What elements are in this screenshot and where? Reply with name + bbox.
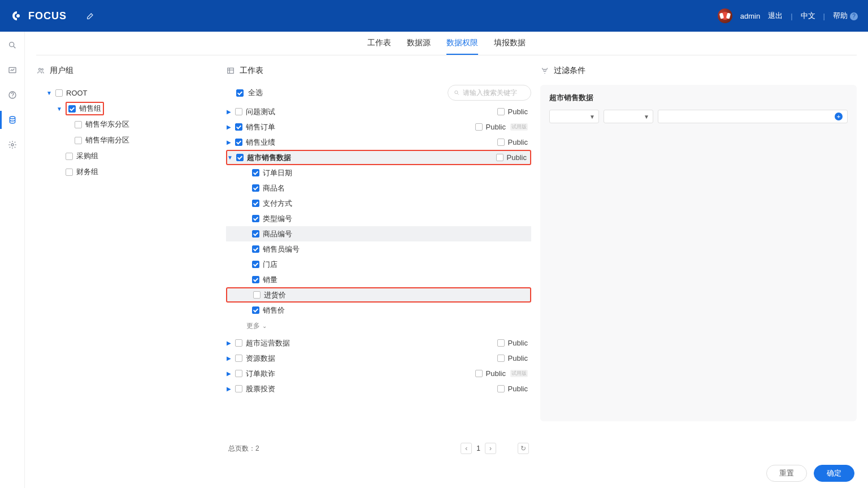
tab-数据权限[interactable]: 数据权限 <box>446 32 478 55</box>
checkbox[interactable] <box>235 339 242 347</box>
table-row[interactable]: ▶门店 <box>226 257 531 272</box>
public-checkbox[interactable] <box>497 355 505 362</box>
public-label: Public <box>508 385 528 393</box>
user-tree-item[interactable]: ▼ROOT <box>36 85 217 101</box>
tab-数据源[interactable]: 数据源 <box>407 32 431 55</box>
checkbox[interactable] <box>252 276 259 283</box>
table-row[interactable]: ▶支付方式 <box>226 196 531 211</box>
edit-pencil-button[interactable] <box>83 8 98 24</box>
checkbox[interactable] <box>235 370 242 377</box>
checkbox[interactable] <box>252 200 259 207</box>
table-row[interactable]: ▶销售员编号 <box>226 241 531 257</box>
checkbox[interactable] <box>252 169 259 176</box>
caret-icon[interactable]: ▶ <box>226 139 232 145</box>
select-all-checkbox[interactable] <box>236 89 244 97</box>
table-row[interactable]: ▶销量 <box>226 272 531 287</box>
search-icon[interactable] <box>7 40 18 51</box>
checkbox[interactable] <box>75 121 82 128</box>
tables-search[interactable] <box>448 85 531 101</box>
settings-icon[interactable] <box>7 139 18 150</box>
table-label: 订单欺诈 <box>246 369 275 379</box>
checkbox[interactable] <box>66 169 73 176</box>
caret-icon[interactable]: ▼ <box>46 90 52 96</box>
checkbox[interactable] <box>235 385 242 392</box>
table-row[interactable]: ▶商品编号 <box>226 226 531 241</box>
table-row[interactable]: ▶销售订单Public试用版 <box>226 119 531 135</box>
help-link[interactable]: 帮助? <box>833 11 858 21</box>
table-row[interactable]: ▶超市运营数据Public <box>226 335 531 351</box>
checkbox[interactable] <box>75 137 82 144</box>
checkbox[interactable] <box>252 230 259 237</box>
table-row[interactable]: ▼超市销售数据Public <box>226 150 531 165</box>
table-row[interactable]: ▶资源数据Public <box>226 351 531 366</box>
user-tree-item[interactable]: ▶销售华东分区 <box>36 116 217 132</box>
reset-button[interactable]: 重置 <box>766 465 807 482</box>
refresh-button[interactable]: ↻ <box>518 443 529 454</box>
checkbox[interactable] <box>55 89 63 97</box>
checkbox[interactable] <box>253 291 261 299</box>
checkbox[interactable] <box>68 105 76 113</box>
table-row[interactable]: ▶订单日期 <box>226 165 531 180</box>
public-checkbox[interactable] <box>497 385 505 392</box>
prev-page-button[interactable]: ‹ <box>461 443 472 454</box>
checkbox[interactable] <box>236 154 244 161</box>
data-manage-icon[interactable] <box>7 114 18 126</box>
question-icon[interactable] <box>7 89 18 101</box>
table-row[interactable]: ▶销售价 <box>226 303 531 318</box>
public-checkbox[interactable] <box>497 108 505 115</box>
public-checkbox[interactable] <box>475 123 483 131</box>
confirm-button[interactable]: 确定 <box>814 465 854 482</box>
svg-point-6 <box>10 116 15 119</box>
public-checkbox[interactable] <box>496 154 504 161</box>
tab-填报数据[interactable]: 填报数据 <box>494 32 526 55</box>
checkbox[interactable] <box>235 108 242 115</box>
username[interactable]: admin <box>740 12 760 20</box>
public-checkbox[interactable] <box>497 339 505 347</box>
user-tree-item[interactable]: ▶采购组 <box>36 148 217 164</box>
search-input[interactable] <box>463 89 525 97</box>
filter-value-input[interactable]: + <box>658 110 848 123</box>
checkbox[interactable] <box>235 139 242 146</box>
checkbox[interactable] <box>252 215 259 222</box>
caret-icon[interactable]: ▶ <box>226 340 232 346</box>
user-tree-item[interactable]: ▼销售组 <box>36 101 217 116</box>
caret-icon[interactable]: ▶ <box>226 370 232 377</box>
table-row[interactable]: ▶问题测试Public <box>226 104 531 119</box>
more-link[interactable]: 更多⌄ <box>226 321 531 331</box>
user-tree-item[interactable]: ▶销售华南分区 <box>36 132 217 148</box>
table-row[interactable]: ▶销售业绩Public <box>226 135 531 150</box>
checkbox[interactable] <box>252 306 259 314</box>
table-row[interactable]: ▶股票投资Public <box>226 381 531 396</box>
tab-工作表[interactable]: 工作表 <box>367 32 391 55</box>
table-label: 超市销售数据 <box>247 153 291 163</box>
table-row[interactable]: ▶进货价 <box>226 287 531 303</box>
dashboard-icon[interactable] <box>7 64 18 76</box>
checkbox[interactable] <box>252 261 259 268</box>
logout-link[interactable]: 退出 <box>768 11 783 21</box>
table-row[interactable]: ▶订单欺诈Public试用版 <box>226 366 531 381</box>
caret-icon[interactable]: ▶ <box>226 109 232 115</box>
checkbox[interactable] <box>66 153 73 160</box>
checkbox[interactable] <box>235 123 242 131</box>
filter-op-select[interactable]: ▼ <box>604 110 653 123</box>
checkbox[interactable] <box>252 184 259 192</box>
caret-icon[interactable]: ▼ <box>227 154 233 161</box>
caret-icon[interactable]: ▶ <box>226 355 232 361</box>
add-filter-button[interactable]: + <box>835 113 843 120</box>
table-row[interactable]: ▶商品名 <box>226 180 531 196</box>
top-tabs: 工作表数据源数据权限填报数据 <box>36 32 857 55</box>
avatar[interactable] <box>718 8 732 23</box>
checkbox[interactable] <box>252 245 259 253</box>
public-checkbox[interactable] <box>497 139 505 146</box>
public-checkbox[interactable] <box>475 370 483 377</box>
filter-field-select[interactable]: ▼ <box>549 110 599 123</box>
user-tree-item[interactable]: ▶财务组 <box>36 164 217 180</box>
next-page-button[interactable]: › <box>485 443 496 454</box>
checkbox[interactable] <box>235 355 242 362</box>
caret-icon[interactable]: ▼ <box>57 106 62 112</box>
caret-icon[interactable]: ▶ <box>226 386 232 392</box>
table-row[interactable]: ▶类型编号 <box>226 211 531 226</box>
select-all[interactable]: 全选 <box>226 88 263 98</box>
caret-icon[interactable]: ▶ <box>226 124 232 130</box>
lang-switch[interactable]: 中文 <box>801 11 815 21</box>
